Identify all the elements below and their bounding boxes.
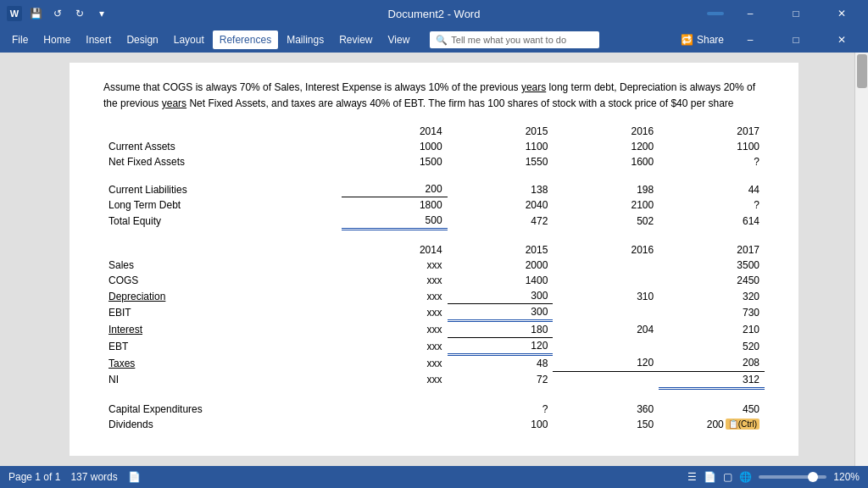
web-layout-icon[interactable]: 🌐 bbox=[739, 471, 752, 483]
cogs-2017: 2450 bbox=[659, 273, 765, 288]
div-2015: 100 bbox=[448, 417, 554, 432]
nfa-2015: 1550 bbox=[448, 154, 554, 169]
vertical-scrollbar[interactable] bbox=[854, 53, 868, 466]
ebit-2014: xxx bbox=[342, 304, 448, 321]
dep-2014: xxx bbox=[342, 288, 448, 304]
ribbon-restore-button[interactable]: □ bbox=[776, 26, 815, 53]
search-box[interactable]: 🔍 Tell me what you want to do bbox=[430, 31, 599, 48]
zoom-thumb[interactable] bbox=[808, 472, 818, 482]
cogs-label: COGS bbox=[103, 273, 342, 288]
capex-2015: ? bbox=[448, 402, 554, 417]
taxes-label: Taxes bbox=[103, 355, 342, 372]
table-row: Current Liabilities 200 138 198 44 bbox=[103, 181, 765, 197]
ni-2017: 312 bbox=[659, 371, 765, 388]
cl-2015: 138 bbox=[448, 181, 554, 197]
te-2015: 472 bbox=[448, 213, 554, 230]
minimize-button[interactable]: – bbox=[731, 0, 770, 27]
table-row: EBT xxx 120 520 bbox=[103, 338, 765, 355]
current-assets-label: Current Assets bbox=[103, 139, 342, 154]
search-icon: 🔍 bbox=[436, 35, 448, 46]
word-icon: W bbox=[7, 6, 22, 21]
save-button[interactable]: 💾 bbox=[27, 5, 44, 22]
tab-review[interactable]: Review bbox=[332, 30, 379, 49]
sales-label: Sales bbox=[103, 258, 342, 273]
bs-year-2014: 2014 bbox=[342, 124, 448, 139]
close-button[interactable]: ✕ bbox=[822, 0, 861, 27]
tab-insert[interactable]: Insert bbox=[79, 30, 118, 49]
taxes-2014: xxx bbox=[342, 355, 448, 372]
ebt-label: EBT bbox=[103, 338, 342, 355]
tab-mailings[interactable]: Mailings bbox=[280, 30, 331, 49]
share-icon: 🔁 bbox=[681, 34, 693, 46]
status-right: ☰ 📄 ▢ 🌐 120% bbox=[687, 471, 860, 483]
ltd-2016: 2100 bbox=[553, 197, 659, 214]
capex-2014 bbox=[342, 402, 448, 417]
page-info: Page 1 of 1 bbox=[8, 471, 60, 483]
te-2014: 500 bbox=[342, 213, 448, 230]
table-row: Capital Expenditures ? 360 450 bbox=[103, 402, 765, 417]
tab-design[interactable]: Design bbox=[120, 30, 164, 49]
ribbon-close-button[interactable]: ✕ bbox=[822, 26, 861, 53]
read-mode-icon[interactable]: 📄 bbox=[704, 471, 716, 483]
ca-2017: 1100 bbox=[659, 139, 765, 154]
scrollbar-thumb[interactable] bbox=[857, 54, 867, 88]
share-button[interactable]: 🔁 Share bbox=[681, 27, 724, 53]
ltd-2017: ? bbox=[659, 197, 765, 214]
table-row: Long Term Debt 1800 2040 2100 ? bbox=[103, 197, 765, 214]
ebt-2014: xxx bbox=[342, 338, 448, 355]
ni-label: NI bbox=[103, 371, 342, 388]
tab-view[interactable]: View bbox=[381, 30, 417, 49]
cl-2016: 198 bbox=[553, 181, 659, 197]
income-statement-table: 2014 2015 2016 2017 Sales xxx 2000 3500 … bbox=[103, 242, 765, 390]
print-layout-icon[interactable]: ▢ bbox=[723, 471, 732, 483]
ebt-2015: 120 bbox=[448, 338, 554, 355]
document-area: Assume that COGS is always 70% of Sales,… bbox=[0, 53, 868, 466]
depreciation-label: Depreciation bbox=[103, 288, 342, 304]
ebit-2015: 300 bbox=[448, 304, 554, 321]
tab-layout[interactable]: Layout bbox=[167, 30, 211, 49]
capex-label: Capital Expenditures bbox=[103, 402, 342, 417]
cl-2014: 200 bbox=[342, 181, 448, 197]
profile-button[interactable] bbox=[707, 12, 724, 15]
current-liabilities-label: Current Liabilities bbox=[103, 181, 342, 197]
undo-button[interactable]: ↺ bbox=[49, 5, 66, 22]
tab-references[interactable]: References bbox=[213, 30, 278, 49]
maximize-button[interactable]: □ bbox=[776, 0, 815, 27]
net-fixed-assets-label: Net Fixed Assets bbox=[103, 154, 342, 169]
interest-label: Interest bbox=[103, 321, 342, 338]
redo-button[interactable]: ↻ bbox=[71, 5, 88, 22]
ribbon-minimize-button[interactable]: – bbox=[731, 26, 770, 53]
intro-text: Assume that COGS is always 70% of Sales,… bbox=[103, 80, 765, 112]
table-row: Total Equity 500 472 502 614 bbox=[103, 213, 765, 230]
layout-icon[interactable]: ☰ bbox=[687, 471, 697, 483]
bs-year-2016: 2016 bbox=[553, 124, 659, 139]
bs-year-2015: 2015 bbox=[448, 124, 554, 139]
tab-home[interactable]: Home bbox=[36, 30, 77, 49]
nfa-2014: 1500 bbox=[342, 154, 448, 169]
taxes-2015: 48 bbox=[448, 355, 554, 372]
liabilities-table: Current Liabilities 200 138 198 44 Long … bbox=[103, 181, 765, 230]
word-count: 137 words bbox=[70, 471, 117, 483]
ca-2014: 1000 bbox=[342, 139, 448, 154]
te-2016: 502 bbox=[553, 213, 659, 230]
int-2017: 210 bbox=[659, 321, 765, 338]
zoom-slider[interactable] bbox=[759, 475, 826, 479]
sales-2015: 2000 bbox=[448, 258, 554, 273]
ribbon-tabs: File Home Insert Design Layout Reference… bbox=[0, 27, 421, 53]
int-2015: 180 bbox=[448, 321, 554, 338]
ebit-2017: 730 bbox=[659, 304, 765, 321]
table-row: Sales xxx 2000 3500 bbox=[103, 258, 765, 273]
title-bar: W 💾 ↺ ↻ ▾ Document2 - Word – □ ✕ bbox=[0, 0, 868, 27]
customize-button[interactable]: ▾ bbox=[93, 5, 110, 22]
ebit-2016 bbox=[553, 304, 659, 321]
int-2016: 204 bbox=[553, 321, 659, 338]
tab-file[interactable]: File bbox=[5, 30, 35, 49]
table-row: Current Assets 1000 1100 1200 1100 bbox=[103, 139, 765, 154]
nfa-2016: 1600 bbox=[553, 154, 659, 169]
table-row: Interest xxx 180 204 210 bbox=[103, 321, 765, 338]
clipboard-icon[interactable]: 📋(Ctrl) bbox=[726, 419, 760, 430]
cogs-2015: 1400 bbox=[448, 273, 554, 288]
taxes-2016: 120 bbox=[553, 355, 659, 372]
cogs-2016 bbox=[553, 273, 659, 288]
sales-2014: xxx bbox=[342, 258, 448, 273]
